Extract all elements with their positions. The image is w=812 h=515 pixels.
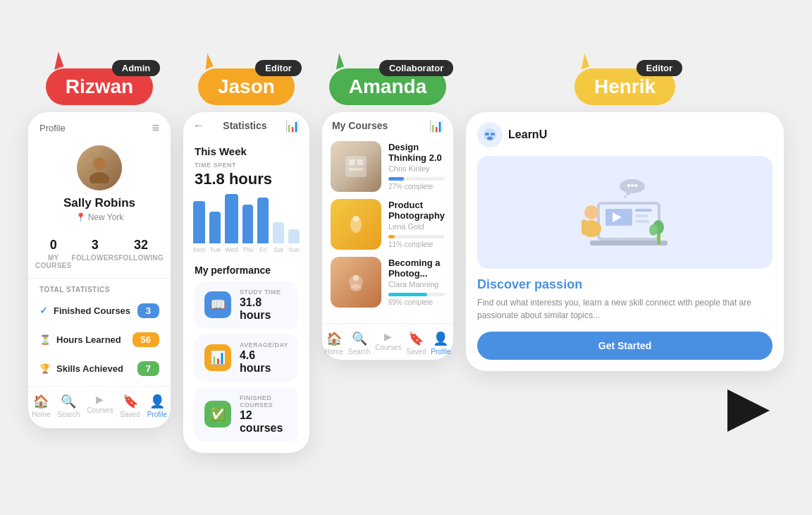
svg-rect-20 [635,214,648,217]
stats-row: 0 MY COURSES 3 FOLLOWERS 32 FOLLOWING [28,231,171,279]
course-item-2[interactable]: Product Photography Lena Gold 11% comple… [331,199,445,250]
course-info-product: Product Photography Lena Gold 11% comple… [388,200,445,248]
finished-courses-card-label: FINISHED COURSES [240,394,288,408]
hours-learned-row: ⏳ Hours Learned 56 [28,327,171,353]
profile-location: 📍 New York [75,212,124,222]
svg-rect-19 [635,209,652,212]
s3-nav-courses[interactable]: ▶Courses [375,331,401,356]
s3-nav-home[interactable]: 🏠Home [324,331,343,356]
bar-col-mon: Mon [193,194,206,253]
hamburger-icon[interactable]: ≡ [152,121,159,135]
course-info-photo: Becoming a Photog... Clara Manning 69% c… [388,258,445,306]
stat-courses: 0 MY COURSES [35,238,72,269]
avg-day-icon: 📊 [204,344,231,371]
course-item-3[interactable]: Becoming a Photog... Clara Manning 69% c… [331,257,445,308]
finished-courses-label: Finished Courses [54,305,130,316]
s3-nav-profile[interactable]: 👤Profile [431,331,450,356]
svg-point-27 [626,191,630,195]
learnu-title: LearnU [508,128,547,141]
profile-nav: Profile ≡ [28,112,171,140]
profile-name: Sally Robins [63,196,135,210]
finished-courses-badge: 3 [137,303,159,318]
this-week-label: This Week [183,137,309,162]
finished-courses-card: ✅ FINISHED COURSES 12 courses [195,387,298,442]
performance-section: My performance 📖 STUDY TIME 31.8 hours 📊… [183,258,309,453]
course-thumb-product [331,199,381,250]
bar-col-thu: Thu [242,194,254,253]
svg-rect-2 [345,156,367,177]
svg-point-13 [491,133,495,135]
screen4-name-bubble: Editor Henrik [574,68,675,105]
course-name-photo: Becoming a Photog... [388,258,445,279]
screen2-role-badge: Editor [255,60,302,76]
svg-point-30 [631,184,634,187]
svg-rect-25 [582,219,587,235]
trophy-icon: 🏆 [39,363,51,374]
svg-point-0 [93,157,106,170]
nav-search[interactable]: 🔍Search [58,394,80,418]
svg-point-1 [90,172,109,183]
screen1-name-bubble: Admin Rizwan [46,68,153,105]
hours-learned-badge: 56 [133,332,159,347]
study-time-card: 📖 STUDY TIME 31.8 hours [195,281,298,329]
screen3-role-badge: Collaborator [379,60,453,76]
course-item-1[interactable]: Design Thinking 2.0 Chris Kinley 27% com… [331,141,445,192]
svg-point-14 [487,136,493,140]
svg-rect-22 [590,241,668,246]
svg-rect-5 [349,168,363,171]
learnu-logo [477,122,503,147]
finished-courses-row: ✓ Finished Courses 3 [28,298,171,324]
nav-courses[interactable]: ▶Courses [87,394,113,418]
get-started-button[interactable]: Get Started [477,332,773,360]
courses-icon: 📊 [429,119,443,133]
avg-day-label: AVERAGE/DAY [240,341,288,349]
course-info-design: Design Thinking 2.0 Chris Kinley 27% com… [388,142,445,190]
skills-achieved-badge: 7 [137,361,159,376]
back-button[interactable]: ← [193,119,204,132]
screen2-title: Statistics [223,120,266,131]
progress-bar-design [388,177,404,181]
svg-point-10 [350,284,362,291]
time-spent-value: 31.8 hours [183,169,309,194]
svg-point-9 [353,275,359,281]
big-arrow-decoration [466,382,784,439]
svg-point-31 [627,184,630,187]
screen3-bottom-nav: 🏠Home 🔍Search ▶Courses 🔖Saved 👤Profile [322,323,453,360]
bar-col-sat: Sat [273,194,284,253]
svg-marker-35 [727,389,770,432]
progress-label-design: 27% complete [388,183,445,190]
nav-saved[interactable]: 🔖Saved [120,394,140,418]
s3-nav-saved[interactable]: 🔖Saved [406,331,426,356]
svg-point-23 [584,205,598,219]
finished-courses-card-value: 12 courses [240,409,288,435]
course-author-design: Chris Kinley [388,164,445,173]
course-author-photo: Clara Manning [388,280,445,289]
s3-nav-search[interactable]: 🔍Search [348,331,371,356]
nav-profile[interactable]: 👤Profile [147,394,167,418]
screen3-name: Amanda [349,75,426,97]
course-name-product: Product Photography [388,200,445,221]
finished-courses-icon: ✅ [204,401,231,428]
screen1-role-badge: Admin [112,60,160,76]
skills-achieved-label: Skills Achieved [56,363,123,374]
profile-nav-label: Profile [39,123,66,133]
screen4-role-badge: Editor [636,60,683,76]
profile-center: Sally Robins 📍 New York [28,140,171,231]
course-thumb-design [331,141,381,192]
discover-title: Discover passion [477,277,773,292]
svg-point-28 [624,195,627,198]
course-author-product: Lena Gold [388,222,445,231]
study-time-icon: 📖 [204,291,231,318]
svg-point-7 [353,216,359,222]
screen4-name: Henrik [594,75,656,97]
nav-home[interactable]: 🏠Home [32,394,51,418]
screen1-name: Rizwan [66,75,133,97]
stat-followers: 3 FOLLOWERS [72,238,119,269]
svg-rect-4 [357,159,363,165]
bottom-nav: 🏠Home 🔍Search ▶Courses 🔖Saved 👤Profile [28,386,171,423]
course-list: Design Thinking 2.0 Chris Kinley 27% com… [322,137,453,319]
avatar [77,145,122,190]
study-time-label: STUDY TIME [240,289,288,296]
bar-chart: MonTueWedThuFriSatSun [183,194,309,258]
learnu-header: LearnU [477,122,773,147]
